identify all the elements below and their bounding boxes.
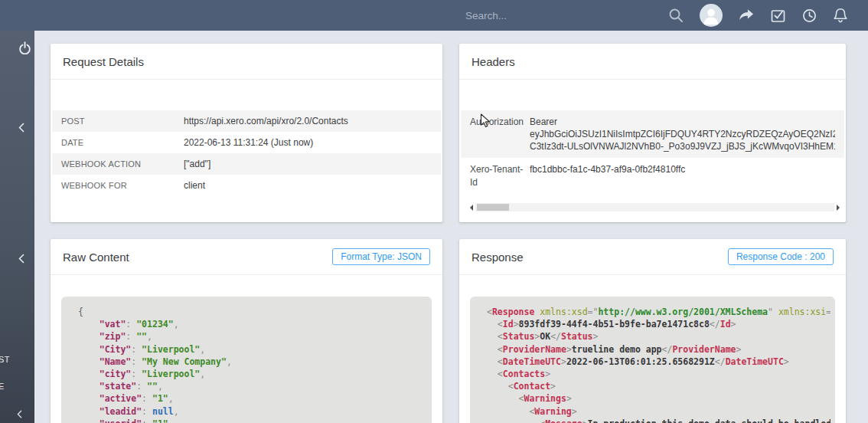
code-line: <Contact> (487, 380, 830, 392)
row-label: Authorization (470, 116, 530, 129)
code-line: "City": "Liverpool", (78, 343, 427, 356)
row-value: client (184, 180, 205, 191)
row-label: WEBHOOK FOR (61, 181, 184, 190)
code-line: <DateTimeUTC>2022-06-13T06:01:25.6568291… (487, 356, 830, 368)
format-type-button[interactable]: Format Type: JSON (332, 248, 430, 265)
chevron-left-icon[interactable] (18, 253, 25, 267)
code-line: <ProviderName>trueline demo app</Provide… (487, 343, 830, 356)
table-row: POSThttps://api.xero.com/api/xro/2.0/Con… (52, 110, 441, 132)
tasks-icon[interactable] (770, 8, 785, 23)
chevron-left-icon[interactable] (16, 408, 23, 421)
search-input[interactable] (465, 0, 657, 31)
row-value: BearereyJhbGciOiJSUzI1NiIsImtpZCI6IjFDQU… (530, 116, 835, 152)
table-row: WEBHOOK FORclient (52, 175, 441, 196)
code-line: <Contacts> (487, 368, 830, 380)
row-label: DATE (61, 138, 184, 147)
row-label: WEBHOOK ACTION (61, 159, 184, 169)
code-line: "city": "Liverpool", (78, 368, 427, 380)
row-label: POST (61, 116, 184, 126)
card-header: Headers (459, 44, 846, 80)
request-details-card: Request Details POSThttps://api.xero.com… (51, 44, 442, 222)
table-row: DATE2022-06-13 11:31:24 (Just now) (52, 132, 441, 153)
sidebar-label-fragment: ST (0, 355, 10, 364)
code-line: <Warning> (487, 405, 830, 418)
raw-content-code-box: { "vat": "01234", "zip": "", "City": "Li… (61, 297, 432, 423)
notifications-icon[interactable] (833, 8, 848, 23)
card-header: Response Response Code : 200 (459, 239, 846, 275)
share-icon[interactable] (739, 8, 754, 23)
scroll-right-arrow[interactable] (837, 205, 843, 211)
code-line: <Status>OK</Status> (487, 330, 830, 343)
code-line: <Response xmlns:xsd="http://www.w3.org/2… (487, 306, 830, 318)
code-line: <Warnings> (487, 392, 830, 405)
card-title: Request Details (63, 55, 144, 68)
code-line: "state": "", (78, 380, 427, 392)
card-header: Raw Content Format Type: JSON (51, 239, 442, 275)
navbar-icon-cluster (668, 0, 848, 31)
history-icon[interactable] (801, 8, 817, 23)
card-title: Headers (472, 55, 515, 68)
power-icon[interactable] (18, 41, 31, 57)
table-row: Xero-Tenant-Idfbc1dbbc-fa1c-4b37-af9a-0f… (461, 158, 844, 195)
code-line: <Message>In production this demo data sh… (487, 418, 830, 423)
code-line: "vat": "01234", (78, 318, 427, 330)
code-line: "zip": "", (78, 330, 427, 343)
row-value: 2022-06-13 11:31:24 (Just now) (184, 137, 313, 148)
code-line: "active": "1", (78, 392, 427, 405)
table-row: AuthorizationBearereyJhbGciOiJSUzI1NiIsI… (461, 110, 844, 158)
card-header: Request Details (51, 44, 442, 80)
horizontal-scrollbar (467, 202, 843, 212)
headers-table: AuthorizationBearereyJhbGciOiJSUzI1NiIsI… (461, 110, 844, 195)
code-line: <Id>893fdf39-44f4-4b51-b9fe-ba7e1471c8c8… (487, 318, 830, 330)
scrollbar-thumb[interactable] (477, 204, 509, 211)
scrollbar-track (475, 203, 834, 212)
row-value: https://api.xero.com/api/xro/2.0/Contact… (184, 116, 348, 126)
response-code-button[interactable]: Response Code : 200 (728, 248, 834, 265)
row-label: Xero-Tenant-Id (470, 163, 530, 189)
response-code-box: <Response xmlns:xsd="http://www.w3.org/2… (470, 297, 835, 423)
top-navbar (0, 0, 868, 31)
scroll-left-arrow[interactable] (467, 205, 473, 211)
code-line: { (78, 306, 427, 318)
row-value: fbc1dbbc-fa1c-4b37-af9a-0fb2f4810ffc (530, 163, 835, 175)
user-avatar[interactable] (700, 4, 723, 27)
row-value: ["add"] (184, 159, 210, 169)
code-line: "userid": "1", (78, 418, 427, 423)
raw-content-card: Raw Content Format Type: JSON { "vat": "… (51, 239, 442, 423)
request-details-table: POSThttps://api.xero.com/api/xro/2.0/Con… (52, 110, 441, 196)
search-icon[interactable] (668, 8, 684, 23)
headers-card: Headers AuthorizationBearereyJhbGciOiJSU… (459, 44, 846, 222)
response-card: Response Response Code : 200 <Response x… (459, 239, 846, 423)
card-title: Response (472, 251, 524, 264)
sidebar-label-fragment: E (0, 382, 5, 391)
chevron-left-icon[interactable] (18, 122, 25, 136)
left-sidebar: ST E (0, 31, 34, 423)
card-title: Raw Content (63, 251, 129, 264)
code-line: "leadid": null, (78, 405, 427, 418)
table-row: WEBHOOK ACTION["add"] (52, 153, 441, 175)
code-line: "Name": "My New Company", (78, 356, 427, 368)
